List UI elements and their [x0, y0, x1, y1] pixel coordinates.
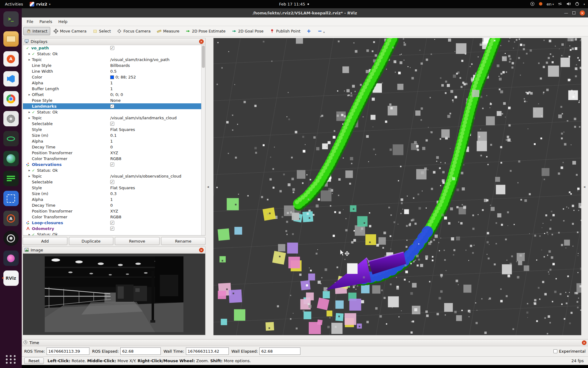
2d-pose-estimate-button[interactable]: 2D Pose Estimate: [183, 27, 228, 35]
tree-row-topic[interactable]: ▶Topic/visual_slam/vis/observations_clou…: [23, 173, 201, 179]
experimental-checkbox[interactable]: [553, 349, 557, 353]
ros-time-field[interactable]: [47, 347, 89, 355]
close-panel-icon[interactable]: ×: [199, 39, 204, 44]
tree-row-alpha[interactable]: Alpha1: [23, 80, 201, 86]
tree-row-color-transformer[interactable]: Color TransformerRGB8: [23, 156, 201, 162]
dock-chrome[interactable]: [2, 91, 20, 106]
focus-camera-button[interactable]: Focus Camera: [114, 27, 153, 35]
show-applications-button[interactable]: [6, 355, 16, 364]
panel-splitter[interactable]: ◀: [205, 38, 213, 335]
tree-row-status-ok[interactable]: ▶✓Status: Ok: [23, 51, 201, 57]
tree-row-color-transformer[interactable]: Color TransformerRGB8: [23, 214, 201, 220]
expander-icon[interactable]: ▶: [27, 169, 32, 172]
tree-row-position-transformer[interactable]: Position TransformerXYZ: [23, 208, 201, 214]
minimize-button[interactable]: —: [564, 11, 568, 15]
tree-row-decay-time[interactable]: Decay Time0: [23, 202, 201, 208]
expander-icon[interactable]: ▶: [27, 117, 32, 119]
window-titlebar[interactable]: /home/lekto/.rviz2/VSLAM-keepall2.rviz* …: [22, 8, 588, 17]
tree-row-offset[interactable]: ▶Offset0; 0; 0: [23, 92, 201, 98]
dock-obs-studio[interactable]: [2, 231, 20, 246]
tree-row-decay-time[interactable]: Decay Time0: [23, 144, 201, 150]
remove-button[interactable]: Remove: [115, 237, 160, 245]
image-panel-header[interactable]: Image ×: [23, 247, 205, 254]
tree-row-buffer-length[interactable]: Buffer Length1: [23, 86, 201, 92]
close-panel-icon[interactable]: ×: [582, 340, 586, 345]
scrollbar-thumb[interactable]: [202, 46, 205, 68]
menu-panels[interactable]: Panels: [36, 18, 55, 25]
tree-row-status-ok[interactable]: ▶✓Status: Ok: [23, 232, 201, 235]
expander-icon[interactable]: ▶: [27, 94, 32, 96]
activities-button[interactable]: Activities: [3, 1, 25, 7]
plus-button[interactable]: [304, 27, 314, 35]
expander-icon[interactable]: ▶: [27, 233, 32, 236]
wall-time-field[interactable]: [186, 347, 229, 355]
wall-elapsed-field[interactable]: [259, 347, 300, 355]
checkbox[interactable]: ✓: [110, 104, 114, 108]
dock-green-terminal[interactable]: [2, 171, 20, 186]
dock-media-app[interactable]: [2, 251, 20, 266]
tree-row-style[interactable]: StyleFlat Squares: [23, 185, 201, 191]
displays-scrollbar[interactable]: [201, 45, 205, 235]
cast-icon[interactable]: [530, 2, 535, 7]
interact-button[interactable]: Interact: [23, 27, 50, 35]
dock-rviz[interactable]: RViz: [2, 270, 20, 286]
minus-button[interactable]: ▾: [315, 27, 327, 35]
dock-settings[interactable]: [2, 111, 20, 126]
expander-icon[interactable]: ▶: [27, 59, 32, 61]
keyboard-layout-indicator[interactable]: en ▾: [547, 2, 554, 6]
dock-selection-tool[interactable]: [2, 191, 20, 206]
checkbox[interactable]: ✓: [110, 180, 114, 184]
time-panel-header[interactable]: Time ×: [22, 339, 588, 346]
measure-button[interactable]: Measure: [154, 27, 182, 35]
dock-ubuntu-software[interactable]: A: [2, 51, 20, 67]
menu-help[interactable]: Help: [55, 18, 71, 25]
chevron-down-icon[interactable]: ▾: [583, 3, 585, 6]
dock-terminal[interactable]: >_: [2, 11, 20, 27]
tree-row-alpha[interactable]: Alpha1: [23, 197, 201, 202]
tree-row-observations[interactable]: Observations✓: [23, 162, 201, 167]
tree-row-odometry[interactable]: Odometry✓: [23, 226, 201, 232]
tree-row-color[interactable]: Color0; 88; 252: [23, 74, 201, 80]
focused-app-menu[interactable]: rviz2 ▾: [30, 2, 50, 6]
close-panel-icon[interactable]: ×: [199, 248, 204, 252]
dock-globe-app[interactable]: [2, 151, 20, 166]
add-button[interactable]: Add: [23, 237, 67, 245]
tree-row-alpha[interactable]: Alpha1: [23, 138, 201, 144]
dock-ubuntu-a[interactable]: A: [2, 211, 20, 226]
tree-row-landmarks[interactable]: Landmarks✓: [23, 103, 201, 109]
duplicate-button[interactable]: Duplicate: [69, 237, 114, 245]
expander-icon[interactable]: ▶: [27, 175, 32, 178]
tree-row-size-m[interactable]: Size (m)0.3: [23, 191, 201, 197]
2d-goal-pose-button[interactable]: 2D Goal Pose: [229, 27, 266, 35]
tree-row-status-ok[interactable]: ▶✓Status: Ok: [23, 167, 201, 173]
reset-button[interactable]: Reset: [24, 358, 44, 364]
tree-row-topic[interactable]: ▶Topic/visual_slam/tracking/vo_path: [23, 57, 201, 63]
checkbox[interactable]: ✓: [110, 227, 114, 231]
record-dot-icon[interactable]: [539, 2, 543, 7]
checkbox[interactable]: ✓: [110, 163, 114, 167]
select-button[interactable]: Select: [90, 27, 114, 35]
tree-row-pose-style[interactable]: Pose StyleNone: [23, 98, 201, 103]
tree-row-selectable[interactable]: Selectable✓: [23, 121, 201, 127]
tree-row-selectable[interactable]: Selectable✓: [23, 179, 201, 185]
tree-row-loop-closures[interactable]: Loop-closures✓: [23, 220, 201, 226]
network-icon[interactable]: [558, 2, 562, 7]
dock-files[interactable]: [2, 31, 20, 47]
3d-viewport[interactable]: [213, 38, 581, 335]
collapse-right-icon[interactable]: ◀: [583, 185, 585, 188]
checkbox[interactable]: ✓: [110, 122, 114, 126]
menu-file[interactable]: File: [24, 18, 36, 25]
tree-row-line-style[interactable]: Line StyleBillboards: [23, 63, 201, 68]
checkbox[interactable]: ✓: [110, 221, 114, 225]
tree-row-position-transformer[interactable]: Position TransformerXYZ: [23, 150, 201, 156]
tree-row-topic[interactable]: ▶Topic/visual_slam/vis/landmarks_cloud: [23, 115, 201, 121]
close-button[interactable]: ×: [580, 10, 585, 16]
expander-icon[interactable]: ▶: [27, 111, 32, 113]
tree-row-style[interactable]: StyleFlat Squares: [23, 127, 201, 132]
checkbox[interactable]: ✓: [110, 46, 114, 50]
collapse-left-icon[interactable]: ◀: [207, 185, 209, 188]
publish-point-button[interactable]: Publish Point: [267, 27, 303, 35]
tree-row-size-m[interactable]: Size (m)0.1: [23, 132, 201, 138]
color-swatch[interactable]: [110, 75, 114, 79]
ros-elapsed-field[interactable]: [120, 347, 161, 355]
